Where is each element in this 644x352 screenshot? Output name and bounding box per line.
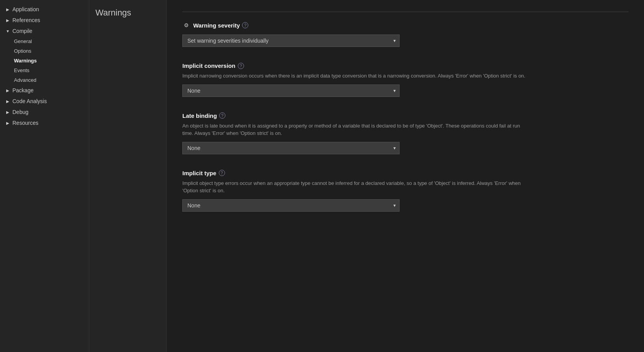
implicit-type-dropdown[interactable]: None Warning Error [182, 199, 400, 212]
warning-severity-dropdown[interactable]: Set warning severities individually None… [182, 35, 400, 47]
sidebar-child-options[interactable]: Options [0, 46, 89, 56]
page-title: Warnings [95, 8, 160, 18]
implicit-conversion-desc: Implicit narrowing conversion occurs whe… [182, 72, 531, 80]
sidebar-child-warnings[interactable]: Warnings [0, 56, 89, 66]
help-icon-warning-severity[interactable]: ? [242, 22, 248, 28]
sidebar-item-package[interactable]: ▶ Package [0, 85, 89, 96]
sidebar-label-resources: Resources [12, 120, 38, 126]
sidebar-label-warnings: Warnings [14, 58, 37, 64]
sidebar-item-code-analysis[interactable]: ▶ Code Analysis [0, 96, 89, 107]
implicit-type-header: Implicit type ? [182, 170, 628, 176]
late-binding-header: Late binding ? [182, 112, 628, 119]
middle-panel: Warnings [89, 0, 167, 352]
implicit-type-desc: Implicit object type errors occur when a… [182, 179, 531, 195]
sidebar-child-events[interactable]: Events [0, 66, 89, 75]
gear-icon: ⚙ [182, 21, 190, 29]
late-binding-desc: An object is late bound when it is assig… [182, 122, 531, 137]
chevron-right-icon: ▶ [5, 98, 11, 104]
section-late-binding: Late binding ? An object is late bound w… [182, 112, 628, 154]
implicit-conversion-dropdown-wrapper: None Warning Error ▾ [182, 85, 400, 97]
warning-severity-title: Warning severity [193, 22, 240, 29]
chevron-down-icon: ▼ [5, 28, 11, 34]
sidebar-item-application[interactable]: ▶ Application [0, 4, 89, 15]
chevron-right-icon: ▶ [5, 87, 11, 93]
chevron-right-icon: ▶ [5, 109, 11, 115]
implicit-conversion-header: Implicit conversion ? [182, 62, 628, 69]
sidebar-label-debug: Debug [12, 109, 28, 115]
sidebar-item-compile[interactable]: ▼ Compile [0, 26, 89, 36]
sidebar-label-package: Package [12, 87, 33, 93]
sidebar: ▶ Application ▶ References ▼ Compile Gen… [0, 0, 89, 352]
late-binding-title: Late binding [182, 112, 217, 119]
sidebar-label-options: Options [14, 48, 31, 54]
section-warning-severity: ⚙ Warning severity ? Set warning severit… [182, 21, 628, 47]
implicit-conversion-dropdown[interactable]: None Warning Error [182, 85, 400, 97]
implicit-conversion-title: Implicit conversion [182, 62, 235, 69]
sidebar-label-application: Application [12, 6, 39, 12]
sidebar-item-debug[interactable]: ▶ Debug [0, 107, 89, 117]
sidebar-label-advanced: Advanced [14, 77, 36, 83]
chevron-right-icon: ▶ [5, 6, 11, 12]
sidebar-label-compile: Compile [12, 28, 32, 34]
section-implicit-type: Implicit type ? Implicit object type err… [182, 170, 628, 212]
late-binding-dropdown[interactable]: None Warning Error [182, 142, 400, 154]
sidebar-label-events: Events [14, 67, 29, 73]
section-implicit-conversion: Implicit conversion ? Implicit narrowing… [182, 62, 628, 97]
chevron-right-icon: ▶ [5, 120, 11, 126]
late-binding-dropdown-wrapper: None Warning Error ▾ [182, 142, 400, 154]
sidebar-label-code-analysis: Code Analysis [12, 98, 47, 104]
sidebar-child-general[interactable]: General [0, 36, 89, 46]
chevron-right-icon: ▶ [5, 17, 11, 23]
implicit-type-title: Implicit type [182, 170, 216, 176]
top-divider [182, 12, 628, 12]
sidebar-child-advanced[interactable]: Advanced [0, 75, 89, 85]
sidebar-item-references[interactable]: ▶ References [0, 15, 89, 26]
warning-severity-dropdown-wrapper: Set warning severities individually None… [182, 35, 400, 47]
main-content: ⚙ Warning severity ? Set warning severit… [167, 0, 644, 352]
sidebar-label-references: References [12, 17, 40, 23]
help-icon-implicit-conversion[interactable]: ? [238, 63, 244, 69]
help-icon-late-binding[interactable]: ? [219, 112, 225, 119]
sidebar-item-resources[interactable]: ▶ Resources [0, 117, 89, 128]
sidebar-label-general: General [14, 38, 32, 44]
help-icon-implicit-type[interactable]: ? [219, 170, 225, 176]
implicit-type-dropdown-wrapper: None Warning Error ▾ [182, 199, 400, 212]
